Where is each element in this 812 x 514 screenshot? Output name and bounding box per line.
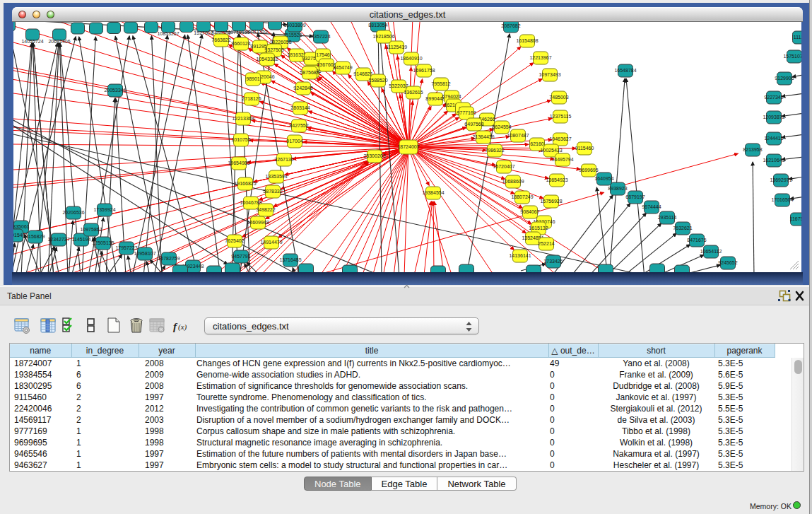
svg-text:1640954: 1640954 <box>594 176 613 181</box>
svg-text:1733426: 1733426 <box>543 259 563 264</box>
svg-text:16046788: 16046788 <box>240 200 261 205</box>
svg-text:10543382: 10543382 <box>256 57 278 62</box>
svg-text:16548784: 16548784 <box>614 68 636 73</box>
svg-text:6497568: 6497568 <box>464 122 483 127</box>
svg-text:17957223: 17957223 <box>115 245 137 250</box>
svg-text:10025433: 10025433 <box>540 148 562 153</box>
svg-text:62160: 62160 <box>530 141 544 146</box>
svg-text:14136141: 14136141 <box>509 253 531 258</box>
svg-text:14609948: 14609948 <box>247 220 269 225</box>
svg-text:8660124: 8660124 <box>231 41 250 46</box>
svg-text:10654112: 10654112 <box>700 249 722 254</box>
svg-text:10807487: 10807487 <box>507 133 529 138</box>
svg-text:2935114: 2935114 <box>658 215 677 220</box>
svg-text:1615132: 1615132 <box>529 226 548 230</box>
svg-text:98901: 98901 <box>246 76 260 81</box>
svg-text:12093872: 12093872 <box>763 115 784 119</box>
svg-text:3498222: 3498222 <box>256 207 275 212</box>
svg-text:(x): (x) <box>178 322 187 332</box>
svg-text:25300203: 25300203 <box>363 153 385 158</box>
svg-text:19654985: 19654985 <box>228 160 249 165</box>
svg-text:17016504: 17016504 <box>771 197 793 202</box>
svg-text:1145194: 1145194 <box>72 237 91 242</box>
svg-text:10688609: 10688609 <box>502 179 524 184</box>
svg-text:14495794: 14495794 <box>551 157 573 162</box>
svg-text:9115460: 9115460 <box>575 146 594 151</box>
svg-text:19463627: 19463627 <box>549 136 571 141</box>
svg-text:9242848: 9242848 <box>293 86 312 90</box>
svg-text:16033809: 16033809 <box>283 23 305 28</box>
svg-text:12213369: 12213369 <box>232 116 254 121</box>
svg-text:9777169: 9777169 <box>457 110 476 115</box>
svg-text:8213958: 8213958 <box>743 147 762 152</box>
svg-text:2087682: 2087682 <box>501 23 520 28</box>
svg-text:9129906: 9129906 <box>775 76 794 81</box>
svg-text:3267130: 3267130 <box>274 157 293 162</box>
svg-text:19384554: 19384554 <box>422 190 444 195</box>
svg-text:5875685: 5875685 <box>300 70 319 75</box>
svg-text:11124: 11124 <box>794 35 801 40</box>
svg-text:6879197: 6879197 <box>625 194 645 199</box>
svg-text:9699695: 9699695 <box>579 168 598 173</box>
svg-text:16154808: 16154808 <box>516 38 538 43</box>
svg-text:9674444: 9674444 <box>642 204 661 209</box>
svg-text:7485003: 7485003 <box>549 95 568 100</box>
svg-text:20053346: 20053346 <box>104 88 126 93</box>
svg-text:2803144: 2803144 <box>290 105 310 110</box>
svg-text:1010755: 1010755 <box>231 137 250 142</box>
svg-text:252214: 252214 <box>538 241 554 246</box>
svg-text:17546: 17546 <box>316 52 330 57</box>
svg-text:1244415: 1244415 <box>764 136 783 141</box>
svg-text:10975867: 10975867 <box>80 227 102 232</box>
svg-text:917004: 917004 <box>286 139 302 144</box>
svg-text:835061: 835061 <box>13 224 30 229</box>
svg-text:8427552: 8427552 <box>289 123 308 128</box>
svg-text:7632621: 7632621 <box>673 226 692 230</box>
svg-text:14055724: 14055724 <box>21 39 43 44</box>
svg-text:16782759: 16782759 <box>158 256 180 261</box>
svg-text:15720407: 15720407 <box>493 164 514 169</box>
svg-text:2718126: 2718126 <box>242 96 261 101</box>
svg-text:9327503: 9327503 <box>264 47 283 52</box>
svg-text:20206536: 20206536 <box>62 210 84 215</box>
svg-text:8471676: 8471676 <box>687 238 706 243</box>
svg-text:18807249: 18807249 <box>511 194 533 199</box>
svg-text:16671355: 16671355 <box>245 29 267 34</box>
svg-text:12342737: 12342737 <box>47 237 69 242</box>
svg-text:7663822: 7663822 <box>211 37 230 42</box>
svg-text:9245652: 9245652 <box>718 260 737 265</box>
svg-text:6794024: 6794024 <box>442 94 461 99</box>
svg-text:5322037: 5322037 <box>389 83 408 88</box>
svg-text:1156829: 1156829 <box>26 234 45 239</box>
svg-text:11125419: 11125419 <box>386 45 407 49</box>
svg-text:7625402: 7625402 <box>225 238 244 243</box>
svg-text:10973493: 10973493 <box>539 72 560 77</box>
svg-text:10853267: 10853267 <box>157 31 179 36</box>
svg-text:8938923: 8938923 <box>608 186 627 191</box>
svg-text:18640910: 18640910 <box>400 56 422 61</box>
svg-text:13654923: 13654923 <box>546 177 567 182</box>
svg-text:f: f <box>173 321 178 332</box>
svg-text:20691406: 20691406 <box>48 39 70 44</box>
svg-text:13692971: 13692971 <box>770 177 792 182</box>
svg-text:7357224: 7357224 <box>311 34 330 39</box>
svg-text:9227342: 9227342 <box>764 95 783 100</box>
svg-text:7986322: 7986322 <box>485 148 504 153</box>
svg-text:16961758: 16961758 <box>413 68 435 73</box>
svg-text:19166825: 19166825 <box>234 181 256 186</box>
svg-text:1588520: 1588520 <box>368 78 387 83</box>
svg-text:13353594: 13353594 <box>265 174 287 179</box>
svg-text:14914479: 14914479 <box>260 240 282 245</box>
svg-text:7955812: 7955812 <box>431 81 450 86</box>
svg-text:5878332: 5878332 <box>263 189 282 194</box>
svg-text:12375115: 12375115 <box>550 114 572 119</box>
svg-text:9457791: 9457791 <box>231 254 250 259</box>
svg-text:15751074: 15751074 <box>783 54 801 59</box>
svg-text:8813054: 8813054 <box>368 23 387 28</box>
svg-text:16210643: 16210643 <box>763 158 784 163</box>
svg-text:1362615: 1362615 <box>404 90 423 95</box>
svg-text:3624554: 3624554 <box>492 124 511 129</box>
svg-text:21364436: 21364436 <box>472 134 494 139</box>
svg-text:1527602: 1527602 <box>194 30 213 35</box>
svg-text:19218506: 19218506 <box>372 34 394 39</box>
